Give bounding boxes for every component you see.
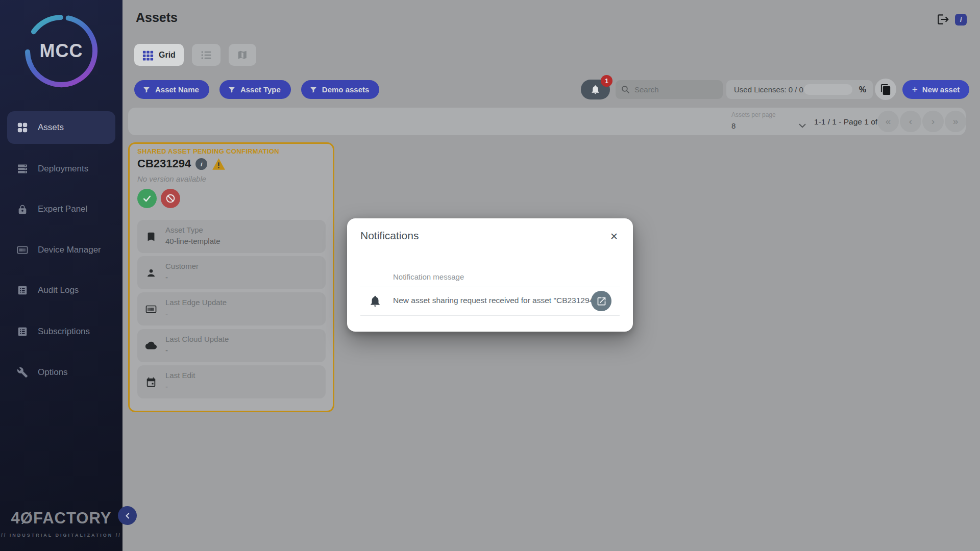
notification-column-header: Notification message	[393, 272, 464, 281]
open-notification-button[interactable]	[591, 291, 611, 311]
modal-title: Notifications	[360, 230, 419, 242]
divider	[360, 315, 620, 316]
modal-close-button[interactable]: ✕	[606, 229, 622, 244]
notifications-modal: Notifications ✕ Notification message New…	[347, 218, 633, 332]
notification-row[interactable]: New asset sharing request received for a…	[360, 287, 620, 315]
bell-icon	[369, 294, 382, 308]
close-icon: ✕	[610, 231, 618, 242]
open-in-new-icon	[596, 296, 607, 307]
notification-message: New asset sharing request received for a…	[393, 296, 597, 305]
